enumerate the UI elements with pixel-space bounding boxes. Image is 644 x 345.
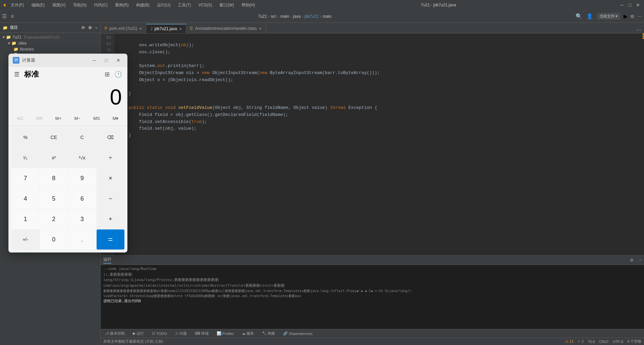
calc-history-button[interactable]: 🕐 bbox=[113, 69, 123, 79]
bottom-btn-terminal[interactable]: ⌨ 终端 bbox=[194, 330, 210, 337]
calc-sqrt-button[interactable]: ²√x bbox=[68, 148, 96, 168]
calc-5-button[interactable]: 5 bbox=[40, 189, 68, 209]
sidebar-sync-btn[interactable]: ⟳ bbox=[82, 25, 85, 30]
calc-divide-button[interactable]: ÷ bbox=[97, 148, 125, 168]
calc-square-button[interactable]: x² bbox=[40, 148, 68, 168]
calc-negate-button[interactable]: +/- bbox=[11, 229, 40, 250]
terminal-minimize-icon[interactable]: − bbox=[639, 258, 641, 263]
status-encoding[interactable]: UTF-8 bbox=[613, 340, 623, 344]
maximize-button[interactable]: □ bbox=[627, 2, 633, 8]
calc-2-button[interactable]: 2 bbox=[40, 209, 68, 229]
status-crlf[interactable]: CRLF bbox=[599, 340, 609, 344]
breadcrumb-jdk7u21[interactable]: jdk7u21 bbox=[305, 14, 319, 19]
toolbar-icon-1[interactable]: ☰ bbox=[2, 13, 7, 19]
calc-decimal-button[interactable]: . bbox=[68, 229, 96, 250]
toolbar-search[interactable]: 🔍 bbox=[576, 13, 582, 19]
breadcrumb-java[interactable]: java bbox=[293, 14, 301, 19]
menu-run[interactable]: 运行(U) bbox=[154, 2, 173, 9]
calc-equals-button[interactable]: = bbox=[97, 229, 125, 250]
calc-mplus-button[interactable]: M+ bbox=[50, 112, 67, 124]
calc-ms-button[interactable]: MS bbox=[88, 112, 105, 124]
calc-backspace-button[interactable]: ⌫ bbox=[97, 127, 125, 147]
minimize-button[interactable]: ─ bbox=[619, 2, 625, 8]
bottom-btn-run[interactable]: ▶ 运行 bbox=[131, 330, 145, 337]
status-position[interactable]: 75:6 bbox=[588, 340, 595, 344]
calc-0-button[interactable]: 0 bbox=[40, 229, 68, 250]
calc-minimize-button[interactable]: ─ bbox=[90, 57, 99, 64]
tree-item-idea[interactable]: ▾ 📁 .idea bbox=[1, 40, 99, 46]
tree-item-libraries[interactable]: 📁 libraries bbox=[1, 46, 99, 52]
menu-code[interactable]: 代码(C) bbox=[91, 2, 110, 9]
toolbar-icon-2[interactable]: ≡ bbox=[11, 13, 14, 19]
calc-9-button[interactable]: 9 bbox=[68, 168, 96, 188]
menu-tools[interactable]: 工具(T) bbox=[175, 2, 194, 9]
calc-ce-button[interactable]: CE bbox=[40, 127, 68, 147]
toolbar-more-btn[interactable]: ⋯ bbox=[637, 14, 642, 19]
toolbar-run-btn[interactable]: ▶ bbox=[624, 13, 628, 19]
menu-help[interactable]: 帮助(H) bbox=[239, 2, 258, 9]
breadcrumb-src[interactable]: src bbox=[271, 14, 276, 19]
sidebar-collapse-btn[interactable]: − bbox=[95, 25, 98, 30]
calc-percent-button[interactable]: % bbox=[11, 127, 40, 147]
calc-subtract-button[interactable]: − bbox=[97, 189, 125, 209]
calc-c-button[interactable]: C bbox=[68, 127, 96, 147]
menu-edit[interactable]: 编辑(E) bbox=[29, 2, 48, 9]
status-spaces[interactable]: 4 个空格 bbox=[627, 339, 641, 344]
status-warnings[interactable]: ⚠ 11 bbox=[565, 339, 574, 344]
calc-7-button[interactable]: 7 bbox=[11, 168, 40, 188]
calc-6-button[interactable]: 6 bbox=[68, 189, 96, 209]
breadcrumb-7u21[interactable]: 7u21 bbox=[258, 14, 267, 19]
calc-mminus-button[interactable]: M− bbox=[68, 112, 86, 124]
calc-4-button[interactable]: 4 bbox=[11, 189, 40, 209]
toolbar-current-file[interactable]: 当前文件 ▾ bbox=[597, 13, 620, 19]
terminal-line-7: loadFactorI= thresholdxp@删删删删删delete tf5… bbox=[103, 293, 641, 298]
bottom-btn-deps[interactable]: 🔗 Dependencies bbox=[282, 331, 314, 336]
menu-refactor[interactable]: 重构(R) bbox=[112, 2, 131, 9]
tab-jdk7u21[interactable]: J jdk7u21.java ✕ bbox=[146, 24, 186, 33]
tab-jdk-close[interactable]: ✕ bbox=[179, 27, 182, 31]
calc-mc-button[interactable]: MC bbox=[11, 112, 29, 124]
tree-item-root[interactable]: ▾ 📁 7u21 D:\javaanz\test3\7u21 bbox=[1, 34, 99, 40]
tab-pom-close[interactable]: ✕ bbox=[139, 27, 142, 30]
bottom-btn-issues[interactable]: ⚠ 问题 bbox=[174, 330, 188, 337]
menu-view[interactable]: 视图(V) bbox=[50, 2, 68, 9]
bottom-btn-profiler[interactable]: 📊 Profiler bbox=[215, 331, 235, 336]
bottom-btn-build[interactable]: 🔨 构建 bbox=[261, 330, 276, 337]
toolbar-user[interactable]: 👤 bbox=[586, 13, 593, 19]
status-errors[interactable]: ✓ 2 bbox=[578, 339, 584, 344]
calc-3-button[interactable]: 3 bbox=[68, 209, 96, 229]
calc-maximize-button[interactable]: □ bbox=[102, 57, 111, 64]
calc-mr-button[interactable]: MR bbox=[31, 112, 48, 124]
menu-window[interactable]: 窗口(W) bbox=[217, 2, 236, 9]
bottom-btn-vcs[interactable]: ⎇ 版本控制 bbox=[103, 330, 126, 337]
bottom-btn-todo[interactable]: ☑ TODO bbox=[151, 331, 168, 336]
menu-file[interactable]: 文件(F) bbox=[8, 2, 26, 9]
menu-vcs[interactable]: VCS(S) bbox=[196, 2, 215, 8]
calc-close-button[interactable]: ✕ bbox=[114, 57, 123, 64]
terminal-tab-run[interactable]: 运行 bbox=[103, 257, 111, 264]
calc-mstore-button[interactable]: M▾ bbox=[107, 112, 124, 124]
tab-annotation[interactable]: C AnnotationInvocationHandler.class ✕ bbox=[186, 24, 266, 33]
calc-8-button[interactable]: 8 bbox=[40, 168, 68, 188]
terminal-settings-icon[interactable]: ⚙ bbox=[630, 258, 634, 263]
close-button[interactable]: ✕ bbox=[635, 2, 641, 8]
tabs-more-btn[interactable]: ⋯ bbox=[633, 27, 644, 33]
calc-add-button[interactable]: + bbox=[97, 209, 125, 229]
bottom-btn-services[interactable]: ☁ 服务 bbox=[240, 330, 255, 337]
calc-mode-icon[interactable]: ⊞ bbox=[105, 71, 110, 78]
terminal-content[interactable]: --code java/lang/Runtime );,删删删删删删 lang/… bbox=[101, 265, 644, 329]
code-editor[interactable]: 68 69 70 71 bbox=[101, 33, 644, 255]
breadcrumb-main[interactable]: main bbox=[280, 14, 289, 19]
calc-reciprocal-button[interactable]: ¹⁄ₓ bbox=[11, 148, 40, 168]
calc-multiply-button[interactable]: × bbox=[97, 168, 125, 188]
menu-build[interactable]: 构建(B) bbox=[133, 2, 152, 9]
calc-menu-button[interactable]: ☰ bbox=[13, 69, 21, 79]
profiler-label: Profiler bbox=[222, 332, 234, 336]
breadcrumb-main-class[interactable]: main bbox=[323, 14, 331, 19]
sidebar-settings-btn[interactable]: ⚙ bbox=[88, 25, 92, 30]
calc-1-button[interactable]: 1 bbox=[11, 209, 40, 229]
tab-pom[interactable]: P pom.xml (7u21) ✕ bbox=[101, 24, 146, 33]
tab-annotation-close[interactable]: ✕ bbox=[259, 27, 262, 30]
toolbar-debug-btn[interactable]: ⚙ bbox=[630, 14, 635, 19]
menu-nav[interactable]: 导航(N) bbox=[70, 2, 90, 9]
